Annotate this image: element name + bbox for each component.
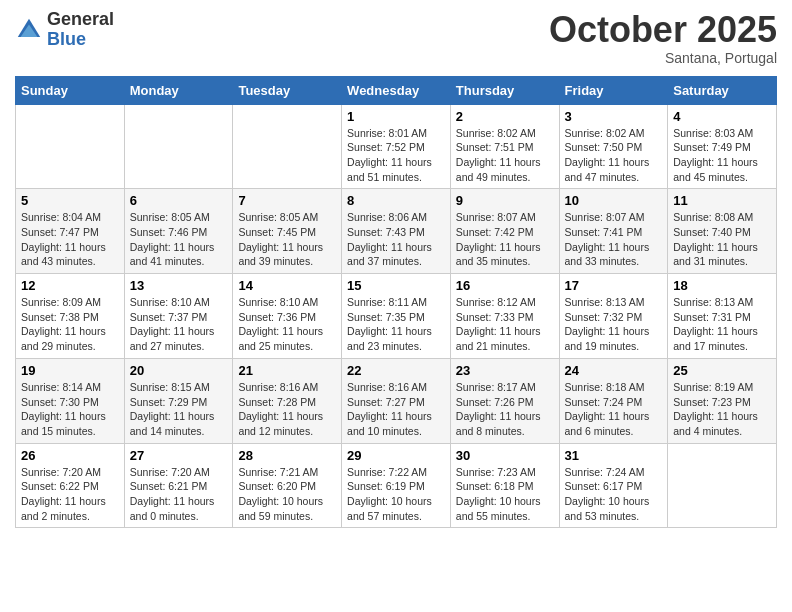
day-number: 6 [130,193,228,208]
header-monday: Monday [124,76,233,104]
day-info: Sunrise: 8:03 AMSunset: 7:49 PMDaylight:… [673,126,771,185]
calendar-cell: 20Sunrise: 8:15 AMSunset: 7:29 PMDayligh… [124,358,233,443]
day-number: 26 [21,448,119,463]
calendar-cell: 8Sunrise: 8:06 AMSunset: 7:43 PMDaylight… [342,189,451,274]
calendar-cell: 25Sunrise: 8:19 AMSunset: 7:23 PMDayligh… [668,358,777,443]
calendar-cell: 7Sunrise: 8:05 AMSunset: 7:45 PMDaylight… [233,189,342,274]
day-number: 22 [347,363,445,378]
calendar-cell: 12Sunrise: 8:09 AMSunset: 7:38 PMDayligh… [16,274,125,359]
day-info: Sunrise: 8:07 AMSunset: 7:41 PMDaylight:… [565,210,663,269]
day-info: Sunrise: 8:04 AMSunset: 7:47 PMDaylight:… [21,210,119,269]
day-number: 30 [456,448,554,463]
day-number: 5 [21,193,119,208]
day-number: 8 [347,193,445,208]
calendar-week-row: 19Sunrise: 8:14 AMSunset: 7:30 PMDayligh… [16,358,777,443]
day-info: Sunrise: 8:07 AMSunset: 7:42 PMDaylight:… [456,210,554,269]
calendar-cell: 24Sunrise: 8:18 AMSunset: 7:24 PMDayligh… [559,358,668,443]
calendar-cell: 30Sunrise: 7:23 AMSunset: 6:18 PMDayligh… [450,443,559,528]
day-number: 29 [347,448,445,463]
header-friday: Friday [559,76,668,104]
calendar-cell: 16Sunrise: 8:12 AMSunset: 7:33 PMDayligh… [450,274,559,359]
day-info: Sunrise: 8:02 AMSunset: 7:50 PMDaylight:… [565,126,663,185]
day-info: Sunrise: 8:09 AMSunset: 7:38 PMDaylight:… [21,295,119,354]
logo-icon [15,16,43,44]
day-info: Sunrise: 7:20 AMSunset: 6:22 PMDaylight:… [21,465,119,524]
calendar-cell: 5Sunrise: 8:04 AMSunset: 7:47 PMDaylight… [16,189,125,274]
day-info: Sunrise: 8:12 AMSunset: 7:33 PMDaylight:… [456,295,554,354]
day-info: Sunrise: 8:18 AMSunset: 7:24 PMDaylight:… [565,380,663,439]
day-number: 1 [347,109,445,124]
day-number: 4 [673,109,771,124]
header-thursday: Thursday [450,76,559,104]
calendar-cell: 29Sunrise: 7:22 AMSunset: 6:19 PMDayligh… [342,443,451,528]
day-number: 23 [456,363,554,378]
logo-general: General [47,9,114,29]
day-number: 20 [130,363,228,378]
logo-text: General Blue [47,10,114,50]
day-number: 25 [673,363,771,378]
day-number: 21 [238,363,336,378]
day-number: 10 [565,193,663,208]
day-info: Sunrise: 8:10 AMSunset: 7:36 PMDaylight:… [238,295,336,354]
day-info: Sunrise: 8:01 AMSunset: 7:52 PMDaylight:… [347,126,445,185]
calendar-cell: 31Sunrise: 7:24 AMSunset: 6:17 PMDayligh… [559,443,668,528]
day-number: 2 [456,109,554,124]
calendar-cell [124,104,233,189]
calendar-cell: 18Sunrise: 8:13 AMSunset: 7:31 PMDayligh… [668,274,777,359]
calendar-cell: 15Sunrise: 8:11 AMSunset: 7:35 PMDayligh… [342,274,451,359]
header-tuesday: Tuesday [233,76,342,104]
calendar-cell: 28Sunrise: 7:21 AMSunset: 6:20 PMDayligh… [233,443,342,528]
day-info: Sunrise: 8:05 AMSunset: 7:46 PMDaylight:… [130,210,228,269]
day-info: Sunrise: 7:22 AMSunset: 6:19 PMDaylight:… [347,465,445,524]
calendar-cell: 22Sunrise: 8:16 AMSunset: 7:27 PMDayligh… [342,358,451,443]
calendar-cell: 11Sunrise: 8:08 AMSunset: 7:40 PMDayligh… [668,189,777,274]
day-number: 14 [238,278,336,293]
calendar-cell: 26Sunrise: 7:20 AMSunset: 6:22 PMDayligh… [16,443,125,528]
day-info: Sunrise: 8:16 AMSunset: 7:27 PMDaylight:… [347,380,445,439]
calendar-cell: 2Sunrise: 8:02 AMSunset: 7:51 PMDaylight… [450,104,559,189]
day-info: Sunrise: 8:08 AMSunset: 7:40 PMDaylight:… [673,210,771,269]
title-block: October 2025 Santana, Portugal [549,10,777,66]
day-number: 24 [565,363,663,378]
day-info: Sunrise: 8:05 AMSunset: 7:45 PMDaylight:… [238,210,336,269]
calendar-cell: 4Sunrise: 8:03 AMSunset: 7:49 PMDaylight… [668,104,777,189]
calendar-cell [233,104,342,189]
day-number: 11 [673,193,771,208]
header-wednesday: Wednesday [342,76,451,104]
day-number: 28 [238,448,336,463]
day-number: 9 [456,193,554,208]
day-info: Sunrise: 8:06 AMSunset: 7:43 PMDaylight:… [347,210,445,269]
location-subtitle: Santana, Portugal [549,50,777,66]
month-title: October 2025 [549,10,777,50]
day-number: 3 [565,109,663,124]
page-header: General Blue October 2025 Santana, Portu… [15,10,777,66]
calendar-week-row: 5Sunrise: 8:04 AMSunset: 7:47 PMDaylight… [16,189,777,274]
day-info: Sunrise: 8:02 AMSunset: 7:51 PMDaylight:… [456,126,554,185]
calendar-cell: 14Sunrise: 8:10 AMSunset: 7:36 PMDayligh… [233,274,342,359]
calendar-cell: 21Sunrise: 8:16 AMSunset: 7:28 PMDayligh… [233,358,342,443]
day-info: Sunrise: 8:14 AMSunset: 7:30 PMDaylight:… [21,380,119,439]
calendar-week-row: 26Sunrise: 7:20 AMSunset: 6:22 PMDayligh… [16,443,777,528]
header-sunday: Sunday [16,76,125,104]
day-number: 16 [456,278,554,293]
day-info: Sunrise: 7:21 AMSunset: 6:20 PMDaylight:… [238,465,336,524]
calendar-cell: 23Sunrise: 8:17 AMSunset: 7:26 PMDayligh… [450,358,559,443]
calendar-cell: 10Sunrise: 8:07 AMSunset: 7:41 PMDayligh… [559,189,668,274]
day-number: 15 [347,278,445,293]
day-info: Sunrise: 8:13 AMSunset: 7:31 PMDaylight:… [673,295,771,354]
calendar-week-row: 12Sunrise: 8:09 AMSunset: 7:38 PMDayligh… [16,274,777,359]
calendar-cell: 17Sunrise: 8:13 AMSunset: 7:32 PMDayligh… [559,274,668,359]
day-number: 31 [565,448,663,463]
calendar-cell: 6Sunrise: 8:05 AMSunset: 7:46 PMDaylight… [124,189,233,274]
day-info: Sunrise: 8:11 AMSunset: 7:35 PMDaylight:… [347,295,445,354]
weekday-header-row: Sunday Monday Tuesday Wednesday Thursday… [16,76,777,104]
calendar-cell [668,443,777,528]
calendar-cell: 27Sunrise: 7:20 AMSunset: 6:21 PMDayligh… [124,443,233,528]
calendar-cell: 1Sunrise: 8:01 AMSunset: 7:52 PMDaylight… [342,104,451,189]
calendar-cell: 13Sunrise: 8:10 AMSunset: 7:37 PMDayligh… [124,274,233,359]
day-number: 12 [21,278,119,293]
day-info: Sunrise: 8:13 AMSunset: 7:32 PMDaylight:… [565,295,663,354]
day-info: Sunrise: 8:15 AMSunset: 7:29 PMDaylight:… [130,380,228,439]
calendar-table: Sunday Monday Tuesday Wednesday Thursday… [15,76,777,529]
day-number: 27 [130,448,228,463]
